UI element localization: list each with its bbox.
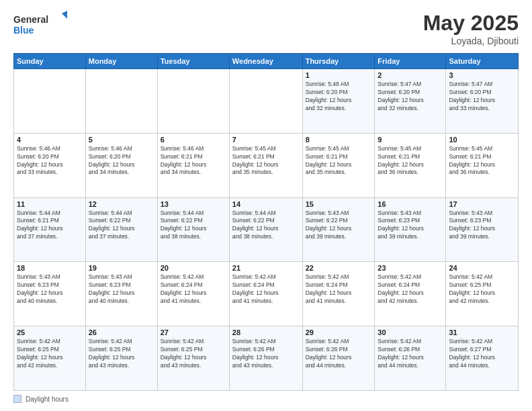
day-number: 18: [17, 264, 83, 272]
header-row: SundayMondayTuesdayWednesdayThursdayFrid…: [14, 54, 519, 69]
day-number: 24: [449, 264, 515, 272]
header-wednesday: Wednesday: [229, 54, 302, 69]
day-info: Sunrise: 5:43 AMSunset: 6:22 PMDaylight:…: [306, 210, 372, 242]
calendar-cell: 27Sunrise: 5:42 AMSunset: 6:25 PMDayligh…: [157, 326, 229, 391]
day-number: 6: [161, 136, 226, 144]
day-info: Sunrise: 5:42 AMSunset: 6:24 PMDaylight:…: [161, 273, 226, 306]
day-info: Sunrise: 5:46 AMSunset: 6:20 PMDaylight:…: [17, 145, 83, 177]
calendar-cell: 12Sunrise: 5:44 AMSunset: 6:22 PMDayligh…: [85, 197, 157, 262]
calendar-cell: 15Sunrise: 5:43 AMSunset: 6:22 PMDayligh…: [302, 197, 375, 262]
day-number: 19: [89, 264, 154, 272]
calendar-cell: 26Sunrise: 5:42 AMSunset: 6:25 PMDayligh…: [85, 326, 157, 391]
logo-svg: General Blue: [13, 11, 67, 38]
svg-marker-2: [62, 11, 67, 19]
calendar-cell: [229, 69, 302, 134]
svg-text:General: General: [13, 14, 48, 25]
calendar-cell: 13Sunrise: 5:44 AMSunset: 6:22 PMDayligh…: [157, 197, 229, 262]
day-info: Sunrise: 5:44 AMSunset: 6:22 PMDaylight:…: [161, 210, 226, 242]
day-info: Sunrise: 5:44 AMSunset: 6:22 PMDaylight:…: [89, 210, 154, 242]
day-number: 5: [89, 136, 154, 144]
calendar-cell: 20Sunrise: 5:42 AMSunset: 6:24 PMDayligh…: [157, 262, 229, 326]
calendar-cell: 18Sunrise: 5:43 AMSunset: 6:23 PMDayligh…: [14, 262, 86, 326]
day-info: Sunrise: 5:43 AMSunset: 6:23 PMDaylight:…: [17, 273, 83, 306]
day-info: Sunrise: 5:44 AMSunset: 6:21 PMDaylight:…: [17, 210, 83, 242]
day-number: 31: [449, 328, 515, 336]
calendar-cell: 28Sunrise: 5:42 AMSunset: 6:26 PMDayligh…: [229, 326, 302, 391]
calendar-cell: [157, 69, 229, 134]
day-number: 10: [449, 136, 515, 144]
calendar-cell: 5Sunrise: 5:46 AMSunset: 6:20 PMDaylight…: [85, 133, 157, 197]
title-block: May 2025 Loyada, Djibouti: [423, 11, 519, 46]
calendar-cell: 16Sunrise: 5:43 AMSunset: 6:23 PMDayligh…: [375, 197, 446, 262]
day-number: 8: [306, 136, 372, 144]
calendar-cell: 14Sunrise: 5:44 AMSunset: 6:22 PMDayligh…: [229, 197, 302, 262]
header-saturday: Saturday: [446, 54, 519, 69]
day-number: 1: [306, 71, 372, 79]
day-info: Sunrise: 5:46 AMSunset: 6:20 PMDaylight:…: [89, 145, 154, 177]
day-number: 12: [89, 200, 154, 208]
calendar-cell: [85, 69, 157, 134]
day-number: 21: [232, 264, 300, 272]
calendar-cell: [14, 69, 86, 134]
day-number: 16: [378, 200, 443, 208]
day-info: Sunrise: 5:47 AMSunset: 6:20 PMDaylight:…: [449, 81, 515, 113]
day-info: Sunrise: 5:43 AMSunset: 6:23 PMDaylight:…: [449, 210, 515, 242]
day-info: Sunrise: 5:42 AMSunset: 6:25 PMDaylight:…: [449, 273, 515, 306]
day-number: 22: [306, 264, 372, 272]
header-monday: Monday: [85, 54, 157, 69]
day-info: Sunrise: 5:48 AMSunset: 6:20 PMDaylight:…: [306, 81, 372, 113]
calendar-cell: 30Sunrise: 5:42 AMSunset: 6:26 PMDayligh…: [375, 326, 446, 391]
calendar-cell: 8Sunrise: 5:45 AMSunset: 6:21 PMDaylight…: [302, 133, 375, 197]
day-number: 23: [378, 264, 443, 272]
day-info: Sunrise: 5:42 AMSunset: 6:24 PMDaylight:…: [306, 273, 372, 306]
day-info: Sunrise: 5:42 AMSunset: 6:27 PMDaylight:…: [449, 338, 515, 370]
day-info: Sunrise: 5:45 AMSunset: 6:21 PMDaylight:…: [378, 145, 443, 177]
day-number: 27: [161, 328, 226, 336]
day-number: 17: [449, 200, 515, 208]
header-sunday: Sunday: [14, 54, 86, 69]
day-info: Sunrise: 5:47 AMSunset: 6:20 PMDaylight:…: [378, 81, 443, 113]
header-tuesday: Tuesday: [157, 54, 229, 69]
calendar-cell: 2Sunrise: 5:47 AMSunset: 6:20 PMDaylight…: [375, 69, 446, 134]
calendar-cell: 23Sunrise: 5:42 AMSunset: 6:24 PMDayligh…: [375, 262, 446, 326]
calendar-cell: 19Sunrise: 5:43 AMSunset: 6:23 PMDayligh…: [85, 262, 157, 326]
week-row-1: 1Sunrise: 5:48 AMSunset: 6:20 PMDaylight…: [14, 69, 519, 134]
calendar-table: SundayMondayTuesdayWednesdayThursdayFrid…: [13, 53, 519, 391]
day-number: 15: [306, 200, 372, 208]
day-info: Sunrise: 5:42 AMSunset: 6:24 PMDaylight:…: [232, 273, 300, 306]
day-info: Sunrise: 5:44 AMSunset: 6:22 PMDaylight:…: [232, 210, 300, 242]
footer-label: Daylight hours: [26, 396, 69, 403]
week-row-3: 11Sunrise: 5:44 AMSunset: 6:21 PMDayligh…: [14, 197, 519, 262]
day-number: 30: [378, 328, 443, 336]
day-info: Sunrise: 5:42 AMSunset: 6:26 PMDaylight:…: [378, 338, 443, 370]
calendar-cell: 6Sunrise: 5:46 AMSunset: 6:21 PMDaylight…: [157, 133, 229, 197]
day-info: Sunrise: 5:45 AMSunset: 6:21 PMDaylight:…: [306, 145, 372, 177]
daylight-box: [13, 395, 21, 403]
calendar-cell: 24Sunrise: 5:42 AMSunset: 6:25 PMDayligh…: [446, 262, 519, 326]
day-info: Sunrise: 5:42 AMSunset: 6:25 PMDaylight:…: [161, 338, 226, 370]
calendar-cell: 21Sunrise: 5:42 AMSunset: 6:24 PMDayligh…: [229, 262, 302, 326]
day-info: Sunrise: 5:46 AMSunset: 6:21 PMDaylight:…: [161, 145, 226, 177]
day-number: 13: [161, 200, 226, 208]
calendar-cell: 3Sunrise: 5:47 AMSunset: 6:20 PMDaylight…: [446, 69, 519, 134]
calendar-cell: 31Sunrise: 5:42 AMSunset: 6:27 PMDayligh…: [446, 326, 519, 391]
day-number: 9: [378, 136, 443, 144]
calendar-cell: 4Sunrise: 5:46 AMSunset: 6:20 PMDaylight…: [14, 133, 86, 197]
week-row-2: 4Sunrise: 5:46 AMSunset: 6:20 PMDaylight…: [14, 133, 519, 197]
day-info: Sunrise: 5:45 AMSunset: 6:21 PMDaylight:…: [449, 145, 515, 177]
day-number: 28: [232, 328, 300, 336]
day-info: Sunrise: 5:45 AMSunset: 6:21 PMDaylight:…: [232, 145, 300, 177]
footer-note: Daylight hours: [13, 395, 519, 403]
day-number: 4: [17, 136, 83, 144]
day-info: Sunrise: 5:42 AMSunset: 6:25 PMDaylight:…: [89, 338, 154, 370]
title-location: Loyada, Djibouti: [423, 36, 519, 46]
header: General Blue May 2025 Loyada, Djibouti: [13, 11, 519, 46]
day-number: 26: [89, 328, 154, 336]
day-info: Sunrise: 5:42 AMSunset: 6:26 PMDaylight:…: [306, 338, 372, 370]
calendar-cell: 29Sunrise: 5:42 AMSunset: 6:26 PMDayligh…: [302, 326, 375, 391]
page: General Blue May 2025 Loyada, Djibouti S…: [0, 0, 532, 411]
calendar-cell: 25Sunrise: 5:42 AMSunset: 6:25 PMDayligh…: [14, 326, 86, 391]
logo: General Blue: [13, 11, 67, 38]
header-thursday: Thursday: [302, 54, 375, 69]
day-number: 11: [17, 200, 83, 208]
